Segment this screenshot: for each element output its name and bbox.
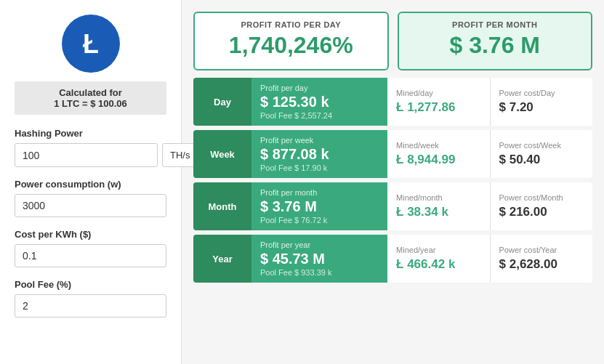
week-power: Power cost/Week $ 50.40: [491, 130, 592, 178]
month-power-value: $ 216.00: [499, 205, 584, 219]
year-profit-value: $ 45.73 M: [260, 251, 379, 267]
day-mined-value: Ł 1,277.86: [396, 100, 480, 115]
hashing-power-input[interactable]: [15, 143, 158, 167]
day-row: Day Profit per day $ 125.30 k Pool Fee $…: [193, 78, 592, 126]
week-pool-fee: Pool Fee $ 17.90 k: [260, 163, 379, 172]
day-mined: Mined/day Ł 1,277.86: [387, 78, 490, 126]
year-mined-label: Mined/year: [396, 246, 480, 254]
year-power-label: Power cost/Year: [499, 246, 584, 254]
day-power-value: $ 7.20: [499, 100, 584, 115]
ltc-logo: Ł: [62, 15, 120, 73]
year-profit-label: Profit per year: [260, 240, 379, 249]
year-row: Year Profit per year $ 45.73 M Pool Fee …: [193, 235, 592, 283]
month-mined-value: Ł 38.34 k: [396, 205, 480, 219]
left-panel: Ł Calculated for 1 LTC = $ 100.06 Hashin…: [0, 0, 182, 364]
year-power: Power cost/Year $ 2,628.00: [491, 235, 592, 283]
month-profit-value: $ 3.76 M: [260, 198, 379, 215]
day-profit-value: $ 125.30 k: [260, 94, 379, 110]
week-profit-value: $ 877.08 k: [260, 146, 379, 163]
month-power-label: Power cost/Month: [499, 193, 584, 202]
month-pool-fee: Pool Fee $ 76.72 k: [260, 216, 379, 225]
hashing-power-group: Hashing Power TH/s GH/s MH/s: [15, 128, 166, 167]
month-profit-label: Profit per month: [260, 188, 379, 197]
calc-for-text: Calculated for: [17, 87, 164, 98]
week-power-value: $ 50.40: [499, 153, 584, 167]
day-power: Power cost/Day $ 7.20: [491, 78, 592, 126]
right-panel: PROFIT RATIO PER DAY 1,740,246% PROFIT P…: [182, 0, 604, 364]
day-profit-label: Profit per day: [260, 84, 379, 92]
day-pool-fee: Pool Fee $ 2,557.24: [260, 111, 379, 120]
month-profit: Profit per month $ 3.76 M Pool Fee $ 76.…: [251, 182, 387, 230]
week-mined: Mined/week Ł 8,944.99: [387, 130, 490, 178]
week-profit: Profit per week $ 877.08 k Pool Fee $ 17…: [251, 130, 387, 178]
stat-card-month-value: $ 3.76 M: [411, 32, 580, 59]
year-pool-fee: Pool Fee $ 933.39 k: [260, 268, 379, 277]
week-row: Week Profit per week $ 877.08 k Pool Fee…: [193, 130, 592, 178]
hashing-power-row: TH/s GH/s MH/s: [15, 143, 166, 167]
year-profit: Profit per year $ 45.73 M Pool Fee $ 933…: [251, 235, 387, 283]
power-consumption-group: Power consumption (w): [15, 179, 166, 217]
week-label: Week: [193, 130, 251, 178]
main-container: Ł Calculated for 1 LTC = $ 100.06 Hashin…: [0, 0, 604, 364]
week-profit-label: Profit per week: [260, 136, 379, 145]
week-mined-label: Mined/week: [396, 141, 480, 150]
year-mined-value: Ł 466.42 k: [396, 257, 480, 272]
month-label: Month: [193, 182, 251, 230]
day-label: Day: [193, 78, 251, 126]
week-mined-value: Ł 8,944.99: [396, 153, 480, 167]
power-consumption-row: [15, 194, 166, 217]
power-consumption-label: Power consumption (w): [15, 179, 166, 190]
day-profit: Profit per day $ 125.30 k Pool Fee $ 2,5…: [251, 78, 387, 126]
cost-per-kwh-row: [15, 244, 166, 267]
cost-per-kwh-group: Cost per KWh ($): [15, 229, 166, 267]
pool-fee-row: [15, 294, 166, 318]
month-row: Month Profit per month $ 3.76 M Pool Fee…: [193, 182, 592, 230]
top-stats: PROFIT RATIO PER DAY 1,740,246% PROFIT P…: [193, 12, 592, 70]
svg-text:Ł: Ł: [83, 29, 99, 59]
stat-card-month: PROFIT PER MONTH $ 3.76 M: [398, 12, 593, 70]
pool-fee-group: Pool Fee (%): [15, 279, 166, 318]
week-power-label: Power cost/Week: [499, 141, 584, 150]
year-mined: Mined/year Ł 466.42 k: [387, 235, 490, 283]
month-mined-label: Mined/month: [396, 193, 480, 202]
stat-card-ratio-label: PROFIT RATIO PER DAY: [206, 20, 376, 29]
calc-for-label: Calculated for 1 LTC = $ 100.06: [15, 81, 166, 115]
hashing-power-label: Hashing Power: [15, 128, 166, 139]
ltc-rate: 1 LTC = $ 100.06: [17, 98, 164, 109]
stat-card-ratio: PROFIT RATIO PER DAY 1,740,246%: [193, 12, 389, 70]
data-rows: Day Profit per day $ 125.30 k Pool Fee $…: [193, 78, 592, 283]
pool-fee-input[interactable]: [15, 294, 166, 318]
day-mined-label: Mined/day: [396, 89, 480, 97]
cost-per-kwh-input[interactable]: [15, 244, 166, 267]
pool-fee-label: Pool Fee (%): [15, 279, 166, 290]
stat-card-ratio-value: 1,740,246%: [206, 32, 376, 59]
stat-card-month-label: PROFIT PER MONTH: [411, 20, 580, 29]
power-consumption-input[interactable]: [15, 194, 166, 217]
month-mined: Mined/month Ł 38.34 k: [387, 182, 490, 230]
day-power-label: Power cost/Day: [499, 89, 584, 97]
year-label: Year: [193, 235, 251, 283]
year-power-value: $ 2,628.00: [499, 257, 584, 272]
month-power: Power cost/Month $ 216.00: [491, 182, 592, 230]
cost-per-kwh-label: Cost per KWh ($): [15, 229, 166, 240]
